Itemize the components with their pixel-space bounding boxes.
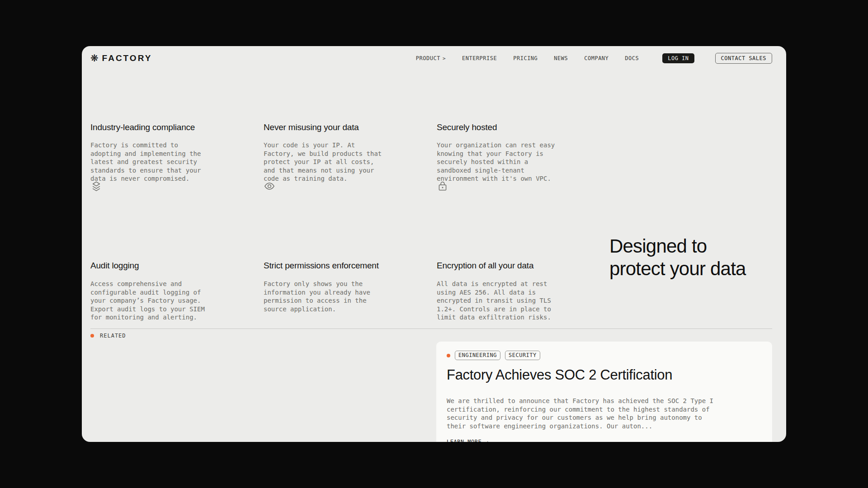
- feature-body-encryption: All data is encrypted at rest using AES …: [437, 280, 551, 322]
- main-panel: ❋ FACTORY PRODUCT> ENTERPRISE PRICING NE…: [82, 46, 786, 442]
- learn-more-link[interactable]: LEARN MORE →: [447, 439, 489, 442]
- log-in-button[interactable]: LOG IN: [662, 53, 694, 63]
- factory-logo[interactable]: ❋ FACTORY: [90, 53, 152, 63]
- article-title: Factory Achieves SOC 2 Certification: [447, 367, 672, 383]
- layers-icon: [90, 180, 102, 194]
- feature-title-never-misusing: Never misusing your data: [264, 122, 359, 132]
- lock-icon: [437, 180, 448, 194]
- feature-title-permissions: Strict permissions enforcement: [264, 261, 379, 271]
- nav-item-product-label: PRODUCT: [416, 55, 440, 61]
- nav-item-company[interactable]: COMPANY: [584, 55, 609, 61]
- feature-body-securely-hosted: Your organization can rest easy knowing …: [437, 141, 555, 183]
- feature-body-compliance: Factory is committed to adopting and imp…: [90, 141, 201, 183]
- nav-item-docs[interactable]: DOCS: [625, 55, 639, 61]
- feature-body-permissions: Factory only shows you the information y…: [264, 280, 370, 313]
- feature-title-compliance: Industry-leading compliance: [90, 122, 195, 132]
- tag-security: SECURITY: [505, 351, 540, 360]
- factory-flower-icon: ❋: [90, 54, 99, 63]
- chevron-right-icon: >: [443, 56, 446, 61]
- logo-wordmark: FACTORY: [102, 53, 152, 63]
- nav-item-product[interactable]: PRODUCT>: [416, 55, 446, 61]
- feature-title-encryption: Encryption of all your data: [437, 261, 533, 271]
- site-header: ❋ FACTORY PRODUCT> ENTERPRISE PRICING NE…: [90, 46, 772, 70]
- feature-body-never-misusing: Your code is your IP. At Factory, we bui…: [264, 141, 382, 183]
- main-nav: PRODUCT> ENTERPRISE PRICING NEWS COMPANY…: [416, 53, 772, 64]
- contact-sales-button[interactable]: CONTACT SALES: [715, 53, 772, 64]
- related-divider: [90, 328, 772, 329]
- article-tags-row: ENGINEERING SECURITY: [447, 351, 540, 360]
- eye-icon: [264, 180, 275, 194]
- feature-title-audit-logging: Audit logging: [90, 261, 139, 271]
- feature-body-audit-logging: Access comprehensive and configurable au…: [90, 280, 205, 322]
- related-article-card[interactable]: ENGINEERING SECURITY Factory Achieves SO…: [436, 342, 772, 442]
- section-headline: Designed to protect your data: [609, 235, 746, 280]
- orange-dot-icon: [447, 354, 450, 357]
- article-excerpt: We are thrilled to announce that Factory…: [447, 397, 713, 430]
- related-label-row: RELATED: [90, 333, 126, 339]
- tag-engineering: ENGINEERING: [455, 351, 500, 360]
- related-label: RELATED: [100, 333, 126, 339]
- nav-item-pricing[interactable]: PRICING: [513, 55, 538, 61]
- orange-dot-icon: [90, 334, 94, 338]
- nav-item-news[interactable]: NEWS: [554, 55, 568, 61]
- nav-item-enterprise[interactable]: ENTERPRISE: [462, 55, 497, 61]
- feature-title-securely-hosted: Securely hosted: [437, 122, 497, 132]
